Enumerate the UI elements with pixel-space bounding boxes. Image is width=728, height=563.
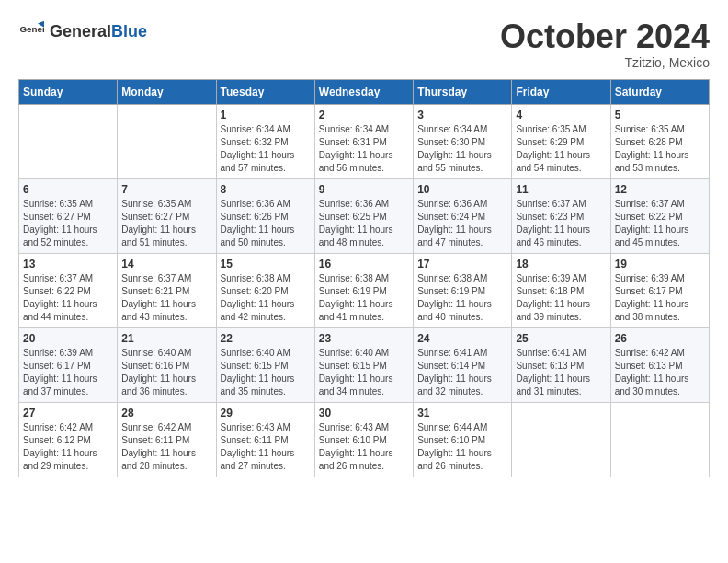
- day-info: Sunrise: 6:40 AM Sunset: 6:15 PM Dayligh…: [319, 347, 409, 398]
- calendar-cell: 19Sunrise: 6:39 AM Sunset: 6:17 PM Dayli…: [610, 253, 709, 327]
- calendar-cell: 31Sunrise: 6:44 AM Sunset: 6:10 PM Dayli…: [414, 402, 512, 477]
- day-number: 2: [319, 109, 409, 121]
- day-number: 19: [615, 258, 705, 270]
- calendar-cell: 10Sunrise: 6:36 AM Sunset: 6:24 PM Dayli…: [414, 178, 512, 253]
- day-number: 5: [615, 109, 705, 121]
- day-info: Sunrise: 6:39 AM Sunset: 6:18 PM Dayligh…: [516, 272, 606, 324]
- calendar-cell: 15Sunrise: 6:38 AM Sunset: 6:20 PM Dayli…: [216, 253, 314, 327]
- calendar-cell: 5Sunrise: 6:35 AM Sunset: 6:28 PM Daylig…: [610, 104, 709, 178]
- page-header: General GeneralBlue October 2024 Tzitzio…: [18, 18, 710, 70]
- day-info: Sunrise: 6:35 AM Sunset: 6:29 PM Dayligh…: [516, 123, 606, 175]
- calendar-cell: 2Sunrise: 6:34 AM Sunset: 6:31 PM Daylig…: [314, 104, 413, 178]
- calendar-cell: 8Sunrise: 6:36 AM Sunset: 6:26 PM Daylig…: [216, 178, 314, 253]
- calendar-cell: 20Sunrise: 6:39 AM Sunset: 6:17 PM Dayli…: [19, 327, 118, 402]
- calendar-cell: 22Sunrise: 6:40 AM Sunset: 6:15 PM Dayli…: [216, 327, 314, 402]
- calendar-cell: 4Sunrise: 6:35 AM Sunset: 6:29 PM Daylig…: [512, 104, 610, 178]
- header-cell-saturday: Saturday: [610, 79, 709, 104]
- logo-general-text: General: [50, 22, 111, 40]
- calendar-header: SundayMondayTuesdayWednesdayThursdayFrid…: [19, 79, 710, 104]
- calendar-cell: 11Sunrise: 6:37 AM Sunset: 6:23 PM Dayli…: [512, 178, 610, 253]
- header-cell-thursday: Thursday: [414, 79, 512, 104]
- day-number: 28: [121, 407, 211, 419]
- calendar-cell: 21Sunrise: 6:40 AM Sunset: 6:16 PM Dayli…: [118, 327, 216, 402]
- day-number: 20: [23, 332, 113, 345]
- day-number: 4: [516, 109, 606, 121]
- month-title: October 2024: [500, 18, 710, 55]
- calendar-cell: [512, 402, 610, 477]
- calendar-body: 1Sunrise: 6:34 AM Sunset: 6:32 PM Daylig…: [19, 104, 710, 477]
- day-info: Sunrise: 6:34 AM Sunset: 6:30 PM Dayligh…: [417, 123, 507, 175]
- day-info: Sunrise: 6:36 AM Sunset: 6:25 PM Dayligh…: [319, 198, 409, 249]
- calendar-cell: 24Sunrise: 6:41 AM Sunset: 6:14 PM Dayli…: [414, 327, 512, 402]
- day-number: 9: [319, 183, 409, 196]
- calendar-table: SundayMondayTuesdayWednesdayThursdayFrid…: [18, 79, 710, 477]
- day-info: Sunrise: 6:42 AM Sunset: 6:11 PM Dayligh…: [121, 421, 211, 473]
- day-info: Sunrise: 6:38 AM Sunset: 6:20 PM Dayligh…: [221, 272, 311, 324]
- day-info: Sunrise: 6:44 AM Sunset: 6:10 PM Dayligh…: [417, 421, 507, 473]
- day-number: 17: [417, 258, 507, 270]
- calendar-cell: 9Sunrise: 6:36 AM Sunset: 6:25 PM Daylig…: [314, 178, 413, 253]
- week-row-2: 6Sunrise: 6:35 AM Sunset: 6:27 PM Daylig…: [19, 178, 710, 253]
- header-row: SundayMondayTuesdayWednesdayThursdayFrid…: [19, 79, 710, 104]
- day-info: Sunrise: 6:39 AM Sunset: 6:17 PM Dayligh…: [615, 272, 705, 324]
- day-number: 27: [23, 407, 113, 419]
- calendar-cell: [19, 104, 118, 178]
- day-info: Sunrise: 6:41 AM Sunset: 6:13 PM Dayligh…: [516, 347, 606, 398]
- calendar-cell: 14Sunrise: 6:37 AM Sunset: 6:21 PM Dayli…: [118, 253, 216, 327]
- day-number: 15: [221, 258, 311, 270]
- calendar-cell: 3Sunrise: 6:34 AM Sunset: 6:30 PM Daylig…: [414, 104, 512, 178]
- day-number: 12: [615, 183, 705, 196]
- day-info: Sunrise: 6:42 AM Sunset: 6:13 PM Dayligh…: [615, 347, 705, 398]
- day-number: 1: [221, 109, 311, 121]
- day-info: Sunrise: 6:37 AM Sunset: 6:21 PM Dayligh…: [121, 272, 211, 324]
- day-number: 13: [23, 258, 113, 270]
- day-info: Sunrise: 6:39 AM Sunset: 6:17 PM Dayligh…: [23, 347, 113, 398]
- day-info: Sunrise: 6:37 AM Sunset: 6:22 PM Dayligh…: [23, 272, 113, 324]
- day-number: 24: [417, 332, 507, 345]
- calendar-cell: 30Sunrise: 6:43 AM Sunset: 6:10 PM Dayli…: [314, 402, 413, 477]
- logo: General GeneralBlue: [18, 18, 147, 44]
- day-info: Sunrise: 6:43 AM Sunset: 6:11 PM Dayligh…: [221, 421, 311, 473]
- header-cell-friday: Friday: [512, 79, 610, 104]
- day-info: Sunrise: 6:35 AM Sunset: 6:28 PM Dayligh…: [615, 123, 705, 175]
- day-number: 8: [221, 183, 311, 196]
- svg-text:General: General: [19, 24, 44, 34]
- header-cell-sunday: Sunday: [19, 79, 118, 104]
- day-number: 30: [319, 407, 409, 419]
- day-number: 31: [417, 407, 507, 419]
- header-cell-monday: Monday: [118, 79, 216, 104]
- calendar-cell: 18Sunrise: 6:39 AM Sunset: 6:18 PM Dayli…: [512, 253, 610, 327]
- day-number: 7: [121, 183, 211, 196]
- day-number: 10: [417, 183, 507, 196]
- day-number: 26: [615, 332, 705, 345]
- calendar-cell: 29Sunrise: 6:43 AM Sunset: 6:11 PM Dayli…: [216, 402, 314, 477]
- day-info: Sunrise: 6:36 AM Sunset: 6:24 PM Dayligh…: [417, 198, 507, 249]
- calendar-cell: 6Sunrise: 6:35 AM Sunset: 6:27 PM Daylig…: [19, 178, 118, 253]
- day-number: 23: [319, 332, 409, 345]
- day-number: 18: [516, 258, 606, 270]
- day-info: Sunrise: 6:40 AM Sunset: 6:15 PM Dayligh…: [221, 347, 311, 398]
- header-cell-tuesday: Tuesday: [216, 79, 314, 104]
- location-text: Tzitzio, Mexico: [500, 55, 710, 70]
- week-row-5: 27Sunrise: 6:42 AM Sunset: 6:12 PM Dayli…: [19, 402, 710, 477]
- day-info: Sunrise: 6:34 AM Sunset: 6:31 PM Dayligh…: [319, 123, 409, 175]
- week-row-3: 13Sunrise: 6:37 AM Sunset: 6:22 PM Dayli…: [19, 253, 710, 327]
- day-info: Sunrise: 6:36 AM Sunset: 6:26 PM Dayligh…: [221, 198, 311, 249]
- day-number: 25: [516, 332, 606, 345]
- day-number: 3: [417, 109, 507, 121]
- day-info: Sunrise: 6:38 AM Sunset: 6:19 PM Dayligh…: [319, 272, 409, 324]
- calendar-cell: 26Sunrise: 6:42 AM Sunset: 6:13 PM Dayli…: [610, 327, 709, 402]
- title-block: October 2024 Tzitzio, Mexico: [500, 18, 710, 70]
- day-info: Sunrise: 6:35 AM Sunset: 6:27 PM Dayligh…: [121, 198, 211, 249]
- week-row-1: 1Sunrise: 6:34 AM Sunset: 6:32 PM Daylig…: [19, 104, 710, 178]
- day-number: 29: [221, 407, 311, 419]
- day-number: 11: [516, 183, 606, 196]
- day-number: 16: [319, 258, 409, 270]
- calendar-cell: 27Sunrise: 6:42 AM Sunset: 6:12 PM Dayli…: [19, 402, 118, 477]
- calendar-cell: [118, 104, 216, 178]
- calendar-cell: 28Sunrise: 6:42 AM Sunset: 6:11 PM Dayli…: [118, 402, 216, 477]
- calendar-cell: 12Sunrise: 6:37 AM Sunset: 6:22 PM Dayli…: [610, 178, 709, 253]
- day-info: Sunrise: 6:38 AM Sunset: 6:19 PM Dayligh…: [417, 272, 507, 324]
- day-info: Sunrise: 6:34 AM Sunset: 6:32 PM Dayligh…: [221, 123, 311, 175]
- logo-icon: General: [18, 18, 44, 44]
